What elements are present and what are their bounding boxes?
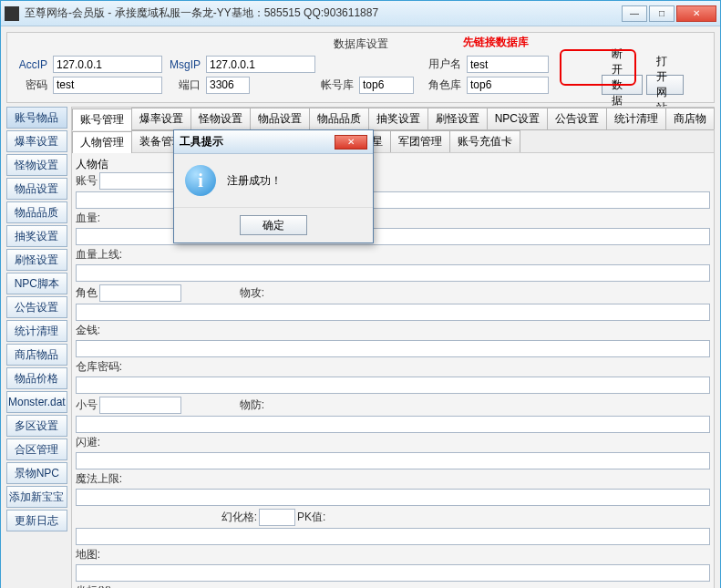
sidebar-item-11[interactable]: 物品价格 (6, 367, 67, 389)
rolelib-label: 角色库 (417, 77, 463, 93)
sidebar-item-4[interactable]: 物品品质 (6, 201, 67, 223)
db-settings-panel: 数据库设置 先链接数据库 AccIP MsgIP 用户名 密码 端口 帐号库 (6, 32, 715, 103)
sidebar-item-17[interactable]: 更新日志 (6, 510, 67, 531)
sidebar-item-10[interactable]: 商店物品 (6, 344, 67, 366)
lbl-dodge: 闪避: (76, 435, 100, 450)
sidebar-item-2[interactable]: 怪物设置 (6, 154, 67, 176)
port-input[interactable] (206, 77, 250, 94)
dialog-message: 注册成功！ (227, 173, 282, 189)
pwd-input[interactable] (53, 77, 162, 94)
titlebar: 至尊网络-会员版 - 承接魔域私服一条龙-YY基地：585515 QQ:9036… (1, 1, 720, 26)
user-input[interactable] (467, 56, 549, 73)
whpwd-input[interactable] (76, 377, 710, 394)
lbl-hpmax: 血量上线: (76, 247, 122, 263)
rolelib-input[interactable] (467, 77, 549, 94)
money-input[interactable] (76, 340, 710, 357)
dialog-title: 工具提示 (180, 134, 335, 150)
open-site-button[interactable]: 打开网站 (646, 75, 684, 95)
lbl-whpwd: 仓库密码: (76, 359, 122, 375)
port-label: 端口 (166, 77, 202, 93)
acclib-label: 帐号库 (319, 77, 355, 93)
magicmax-input[interactable] (76, 489, 710, 506)
sidebar: 账号物品爆率设置怪物设置物品设置物品品质抽奖设置刷怪设置NPC脚本公告设置统计清… (6, 107, 67, 588)
lbl-magicmax: 魔法上限: (76, 471, 122, 487)
tab-10[interactable]: 商店物 (665, 108, 715, 129)
lbl-patk: 物攻: (240, 285, 264, 301)
sidebar-item-3[interactable]: 物品设置 (6, 178, 67, 200)
subtab-5[interactable]: 军团管理 (390, 130, 450, 152)
lbl-money: 金钱: (76, 323, 100, 338)
tab-8[interactable]: 公告设置 (547, 108, 607, 129)
dialog-close-button[interactable]: ✕ (335, 135, 367, 150)
pkv-input[interactable] (76, 528, 710, 545)
tab-2[interactable]: 怪物设置 (191, 108, 251, 129)
sidebar-item-15[interactable]: 景物NPC (6, 462, 67, 484)
subtab-0[interactable]: 人物管理 (72, 131, 132, 153)
subtab-6[interactable]: 账号充值卡 (449, 130, 520, 152)
app-icon (5, 6, 19, 21)
main-tabs: 账号管理爆率设置怪物设置物品设置物品品质抽奖设置刷怪设置NPC设置公告设置统计清… (72, 108, 714, 130)
accip-input[interactable] (53, 56, 162, 73)
info-icon: i (185, 165, 216, 196)
accip-label: AccIP (13, 58, 49, 71)
lbl-pkv: PK值: (297, 510, 325, 525)
lbl-acc: 账号 (76, 173, 98, 189)
form-title: 人物信 (76, 158, 108, 170)
lbl-hp: 血量: (76, 211, 100, 226)
tab-7[interactable]: NPC设置 (487, 108, 548, 129)
msgip-label: MsgIP (166, 58, 202, 71)
form-area: 人物信 账号 VIP: ▾ 魔石: 血量: 血量上线: 角色 物攻: 金钱: (72, 153, 714, 588)
acc-input[interactable] (99, 172, 181, 190)
dialog-ok-button[interactable]: 确定 (240, 215, 307, 235)
pdef-input[interactable] (76, 416, 710, 433)
hint-connect-db: 先链接数据库 (463, 35, 529, 50)
sidebar-item-16[interactable]: 添加新宝宝 (6, 486, 67, 508)
window-title: 至尊网络-会员版 - 承接魔域私服一条龙-YY基地：585515 QQ:9036… (25, 5, 622, 21)
dodge-input[interactable] (76, 452, 710, 469)
ms-input[interactable] (76, 191, 710, 209)
lbl-ghua: 幻化格: (221, 510, 257, 525)
hp-input[interactable] (76, 228, 710, 245)
sidebar-item-7[interactable]: NPC脚本 (6, 273, 67, 294)
content-area: 账号管理爆率设置怪物设置物品设置物品品质抽奖设置刷怪设置NPC设置公告设置统计清… (71, 107, 715, 588)
pwd-label: 密码 (13, 77, 49, 93)
lbl-sub: 小号 (76, 397, 98, 413)
user-label: 用户名 (417, 57, 463, 72)
patk-input[interactable] (76, 304, 710, 321)
tab-5[interactable]: 抽奖设置 (368, 108, 428, 129)
tab-9[interactable]: 统计清理 (606, 108, 666, 129)
tab-6[interactable]: 刷怪设置 (427, 108, 488, 129)
acclib-input[interactable] (359, 77, 414, 94)
sidebar-item-13[interactable]: 多区设置 (6, 415, 67, 437)
sidebar-item-6[interactable]: 刷怪设置 (6, 249, 67, 271)
sub-input[interactable] (99, 397, 181, 414)
sidebar-item-12[interactable]: Monster.dat (6, 391, 67, 413)
sidebar-item-0[interactable]: 账号物品 (6, 107, 67, 129)
lbl-map: 地图: (76, 547, 100, 562)
msgip-input[interactable] (206, 56, 315, 73)
sidebar-item-9[interactable]: 统计清理 (6, 320, 67, 342)
lbl-pdef: 物防: (240, 397, 264, 413)
maximize-button[interactable]: □ (649, 5, 675, 22)
minimize-button[interactable]: — (622, 5, 647, 22)
disconnect-db-button[interactable]: 断开数据库 (602, 75, 643, 95)
role-input[interactable] (99, 284, 181, 302)
close-button[interactable]: ✕ (676, 5, 716, 22)
sidebar-item-8[interactable]: 公告设置 (6, 296, 67, 318)
lbl-role: 角色 (76, 285, 98, 301)
tab-4[interactable]: 物品品质 (309, 108, 369, 129)
app-window: 至尊网络-会员版 - 承接魔域私服一条龙-YY基地：585515 QQ:9036… (0, 0, 721, 588)
tab-0[interactable]: 账号管理 (72, 108, 132, 130)
db-title: 数据库设置 (13, 36, 708, 52)
tooltip-dialog: 工具提示 ✕ i 注册成功！ 确定 (173, 129, 374, 243)
sub-tabs: 人物管理装备管理角色物品转移幻兽属性幻兽刷星军团管理账号充值卡 (72, 130, 714, 153)
map-input[interactable] (76, 564, 710, 582)
sidebar-item-1[interactable]: 爆率设置 (6, 130, 67, 152)
tab-1[interactable]: 爆率设置 (131, 108, 191, 129)
ghua-input[interactable] (259, 509, 295, 526)
sidebar-item-14[interactable]: 合区管理 (6, 438, 67, 460)
sidebar-item-5[interactable]: 抽奖设置 (6, 225, 67, 247)
hpmax-input[interactable] (76, 264, 710, 282)
lbl-zx: 坐标(X): (76, 583, 115, 588)
tab-3[interactable]: 物品设置 (250, 108, 310, 129)
